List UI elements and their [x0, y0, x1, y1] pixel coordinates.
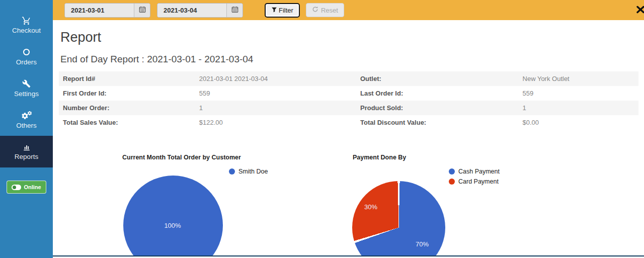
payment-chart-title: Payment Done By [353, 154, 406, 161]
date-from-group [64, 3, 150, 18]
topbar: Filter Reset [53, 0, 644, 20]
customer-chart-title: Current Month Total Order by Customer [122, 154, 241, 161]
toggle-icon [12, 185, 21, 190]
calendar-icon [139, 6, 146, 15]
sidebar-item-label: Reports [15, 153, 38, 160]
cart-icon [22, 16, 31, 25]
charts-area: Current Month Total Order by Customer Sm… [0, 0, 644, 255]
date-from-input[interactable] [65, 4, 134, 17]
reset-button-label: Reset [321, 7, 338, 14]
sidebar: Checkout Orders Settings Others Reports … [0, 0, 53, 258]
cogs-icon [21, 111, 32, 120]
close-icon[interactable] [635, 5, 644, 17]
sidebar-item-label: Others [16, 122, 37, 129]
sidebar-item-label: Checkout [12, 27, 41, 34]
payment-pie-cash-label: 70% [411, 240, 433, 248]
sidebar-item-label: Orders [16, 58, 37, 66]
sidebar-item-others[interactable]: Others [0, 104, 53, 136]
calendar-icon [231, 6, 238, 15]
refresh-icon [312, 6, 318, 14]
sidebar-item-label: Settings [14, 90, 39, 98]
circle-icon [22, 48, 31, 56]
payment-chart-legend: Cash Payment Card Payment [449, 168, 500, 185]
legend-label: Smith Doe [238, 168, 268, 175]
payment-pie-card-label: 30% [360, 203, 382, 211]
customer-pie[interactable] [123, 176, 223, 255]
date-to-input[interactable] [157, 4, 226, 17]
legend-item: Card Payment [449, 178, 500, 185]
sidebar-item-settings[interactable]: Settings [0, 72, 53, 104]
legend-item: Smith Doe [229, 168, 268, 175]
legend-item: Cash Payment [449, 168, 500, 175]
wrench-icon [22, 79, 31, 88]
legend-dot-icon [229, 168, 235, 175]
customer-pie-slice-label: 100% [162, 222, 184, 229]
filter-button-label: Filter [279, 7, 293, 14]
sidebar-item-checkout[interactable]: Checkout [0, 9, 53, 41]
online-toggle-button[interactable]: Online [7, 181, 46, 194]
bottom-divider [53, 255, 644, 256]
legend-label: Cash Payment [458, 168, 500, 175]
date-to-calendar-button[interactable] [226, 4, 243, 17]
legend-dot-icon [449, 168, 455, 175]
customer-chart-legend: Smith Doe [229, 168, 268, 175]
legend-label: Card Payment [458, 178, 499, 185]
reset-button[interactable]: Reset [306, 3, 344, 17]
sidebar-item-reports[interactable]: Reports [0, 136, 53, 167]
date-to-group [157, 3, 243, 18]
sidebar-item-orders[interactable]: Orders [0, 41, 53, 72]
bar-chart-icon [22, 143, 31, 151]
legend-dot-icon [449, 179, 455, 185]
date-from-calendar-button[interactable] [134, 4, 150, 17]
filter-button[interactable]: Filter [265, 3, 300, 18]
filter-funnel-icon [271, 7, 277, 14]
online-label: Online [24, 184, 41, 190]
